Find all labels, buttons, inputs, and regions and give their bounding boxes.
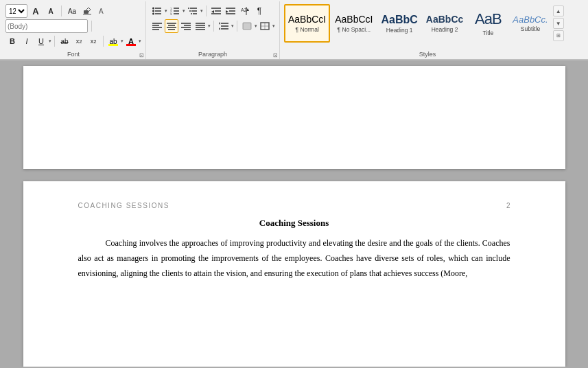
numbering-button[interactable]: 1.2.3. (168, 4, 182, 18)
style-heading2-button[interactable]: AaBbCc Heading 2 (423, 4, 467, 43)
document-area: COACHING SESSIONS 2 Coaching Sessions Co… (0, 60, 588, 367)
style-heading1-preview: AaBbC (381, 13, 418, 26)
paragraph-expand-button[interactable]: ⊡ (273, 52, 278, 58)
align-right-icon (181, 22, 191, 30)
page-gap (0, 169, 588, 174)
justify-button[interactable] (193, 19, 207, 33)
style-subtitle-button[interactable]: AaBbCc. Subtitle (509, 4, 551, 43)
style-title-label: Title (482, 30, 493, 36)
line-spacing-button[interactable] (217, 19, 231, 33)
multilevel-icon (188, 7, 198, 15)
font-color-button[interactable]: A (124, 34, 138, 48)
change-case-button[interactable]: Aa (65, 4, 79, 18)
numbering-dropdown[interactable]: ▾ (183, 8, 185, 14)
subscript-button[interactable]: x2 (72, 34, 86, 48)
sep3 (54, 36, 55, 47)
font-group-label: Font (1, 51, 145, 58)
borders-icon (260, 22, 270, 30)
style-title-button[interactable]: AaB Title (468, 4, 508, 43)
multilevel-dropdown[interactable]: ▾ (200, 8, 203, 14)
style-subtitle-preview: AaBbCc. (513, 14, 548, 25)
shading-icon (242, 22, 252, 30)
sep-para1 (206, 5, 207, 16)
bullets-button[interactable] (150, 4, 164, 18)
styles-scroll-up[interactable]: ▲ (553, 5, 564, 16)
body-paragraph: Coaching involves the approaches of impr… (78, 235, 510, 281)
eraser-icon (83, 7, 91, 15)
paragraph-group: ▾ 1.2.3. ▾ ▾ (146, 1, 280, 59)
style-subtitle-label: Subtitle (521, 25, 540, 32)
clear-format-button[interactable] (80, 4, 94, 18)
bullets-icon (152, 7, 162, 15)
sep-para2 (213, 21, 214, 32)
increase-indent-button[interactable] (224, 4, 237, 18)
decrease-indent-button[interactable] (209, 4, 223, 18)
font-expand-button[interactable]: ⊡ (139, 52, 144, 58)
svg-marker-51 (219, 22, 220, 25)
underline-dropdown[interactable]: ▾ (49, 38, 51, 44)
styles-scroll-down[interactable]: ▼ (553, 18, 564, 29)
style-normal-label: ¶ Normal (295, 26, 318, 33)
underline-button[interactable]: U (34, 34, 48, 48)
align-center-icon (167, 22, 176, 30)
svg-point-3 (152, 8, 154, 10)
styles-group-label: Styles (280, 51, 575, 58)
grow-font-button[interactable]: A (29, 4, 43, 18)
sort-button[interactable]: AZ (238, 4, 252, 18)
ribbon: 1210111416 A A Aa A (0, 0, 588, 60)
page-1 (23, 66, 565, 169)
increase-indent-icon (226, 7, 235, 15)
separator (61, 5, 62, 16)
sep-para3 (237, 21, 237, 32)
document-title: Coaching Sessions (78, 218, 510, 229)
shrink-font-button[interactable]: A (44, 4, 58, 18)
style-title-preview: AaB (475, 10, 502, 28)
style-normal-preview: AaBbCcI (288, 14, 326, 25)
sep2 (91, 21, 92, 32)
highlight-dropdown[interactable]: ▾ (121, 38, 124, 44)
borders-dropdown[interactable]: ▾ (272, 23, 275, 29)
highlight-color-bar (108, 44, 118, 46)
style-nospacing-button[interactable]: AaBbCcI ¶ No Spaci... (331, 4, 376, 43)
multilevel-button[interactable] (186, 4, 200, 18)
sort-icon: AZ (241, 7, 249, 15)
page-header: COACHING SESSIONS 2 (78, 202, 510, 209)
style-normal-button[interactable]: AaBbCcI ¶ Normal (284, 4, 330, 43)
svg-point-7 (152, 13, 154, 15)
superscript-button[interactable]: x2 (86, 34, 100, 48)
font-dialog-button[interactable]: A (95, 4, 109, 18)
svg-point-5 (152, 10, 154, 12)
align-left-button[interactable] (150, 19, 164, 33)
font-color-dropdown[interactable]: ▾ (139, 38, 141, 44)
align-center-button[interactable] (165, 19, 178, 33)
style-heading2-preview: AaBbCc (426, 14, 463, 25)
line-spacing-dropdown[interactable]: ▾ (231, 23, 234, 29)
italic-button[interactable]: I (20, 34, 34, 48)
style-nospacing-preview: AaBbCcI (335, 14, 373, 25)
svg-marker-26 (226, 10, 228, 13)
text-highlight-button[interactable]: ab (106, 34, 120, 48)
font-size-select[interactable]: 1210111416 (5, 4, 27, 18)
svg-rect-53 (243, 23, 251, 30)
font-dialog-icon: A (99, 8, 106, 14)
bold-button[interactable]: B (5, 34, 19, 48)
font-group: 1210111416 A A Aa A (1, 1, 146, 59)
shading-dropdown[interactable]: ▾ (255, 23, 257, 29)
bullets-dropdown[interactable]: ▾ (165, 8, 167, 14)
svg-marker-52 (219, 27, 220, 30)
align-left-icon (152, 22, 162, 30)
style-nospacing-label: ¶ No Spaci... (338, 26, 371, 33)
strikethrough-button[interactable]: ab (58, 34, 71, 48)
numbering-icon: 1.2.3. (170, 7, 180, 15)
borders-button[interactable] (258, 19, 272, 33)
justify-icon (196, 22, 205, 30)
svg-point-19 (191, 13, 192, 14)
style-heading1-button[interactable]: AaBbC Heading 1 (378, 4, 421, 43)
pilcrow-button[interactable]: ¶ (252, 4, 266, 18)
paragraph-group-label: Paragraph (146, 51, 279, 58)
styles-more[interactable]: ⊞ (553, 30, 564, 41)
align-right-button[interactable] (179, 19, 193, 33)
shading-button[interactable] (240, 19, 254, 33)
font-name-input[interactable] (5, 19, 88, 33)
justify-dropdown[interactable]: ▾ (208, 23, 211, 29)
